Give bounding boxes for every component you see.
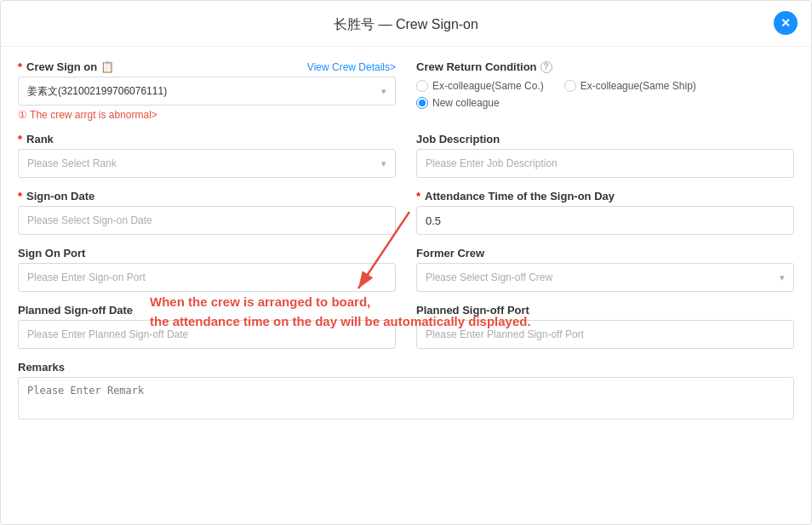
radio-circle-ex-same-ship [564,80,576,92]
modal-container: 长胜号 — Crew Sign-on ✕ * Crew Sign on 📋 Vi… [0,0,812,525]
help-icon[interactable]: ? [540,61,552,73]
annotation-container: When the crew is arranged to board, the … [150,293,531,331]
sign-on-date-input[interactable]: Please Select Sign-on Date [18,206,396,235]
rank-col: * Rank Please Select Rank ▾ [18,133,413,178]
annotation-text: When the crew is arranged to board, the … [150,293,531,331]
crew-sign-on-col: * Crew Sign on 📋 View Crew Details> 姜素文(… [18,60,413,121]
former-crew-select[interactable]: Please Select Sign-off Crew ▾ [416,263,794,292]
radio-ex-same-ship[interactable]: Ex-colleague(Same Ship) [564,80,696,92]
radio-ex-same-co[interactable]: Ex-colleague(Same Co.) [416,80,544,92]
radio-new-colleague[interactable]: New colleague [416,97,500,109]
job-desc-label: Job Description [416,133,794,146]
rank-label: * Rank [18,133,396,146]
sign-on-port-label: Sign On Port [18,247,396,260]
modal-body: * Crew Sign on 📋 View Crew Details> 姜素文(… [1,47,811,448]
crew-error: ① The crew arrgt is abnormal> [18,109,396,121]
job-desc-input[interactable]: Please Enter Job Description [416,149,794,178]
row-crew-info: * Crew Sign on 📋 View Crew Details> 姜素文(… [18,60,794,121]
crew-return-col: Crew Return Condition ? Ex-colleague(Sam… [413,60,794,116]
attendance-time-label: * Attendance Time of the Sign-on Day [416,190,794,203]
sign-on-port-col: Sign On Port Please Enter Sign-on Port [18,247,413,292]
remarks-full-col: Remarks [18,361,794,422]
modal-header: 长胜号 — Crew Sign-on ✕ [1,1,811,47]
sign-on-date-col: * Sign-on Date Please Select Sign-on Dat… [18,190,413,235]
former-crew-arrow: ▾ [780,272,785,283]
crew-sign-on-icon[interactable]: 📋 [100,60,114,73]
crew-sign-on-label: * Crew Sign on 📋 View Crew Details> [18,60,396,73]
attendance-time-col: * Attendance Time of the Sign-on Day 0.5 [413,190,794,235]
row-rank-job: * Rank Please Select Rank ▾ Job Descript… [18,133,794,178]
modal-title: 长胜号 — Crew Sign-on [334,17,478,31]
crew-select-arrow: ▾ [381,86,386,97]
crew-return-label: Crew Return Condition ? [416,60,794,73]
remarks-label: Remarks [18,361,794,374]
crew-select[interactable]: 姜素文(321002199706076111) ▾ [18,77,396,106]
row-port-former: Sign On Port Please Enter Sign-on Port F… [18,247,794,292]
remarks-input[interactable] [18,377,794,419]
view-crew-details-link[interactable]: View Crew Details> [307,61,396,73]
row-date-attendance: * Sign-on Date Please Select Sign-on Dat… [18,190,794,235]
job-desc-col: Job Description Please Enter Job Descrip… [413,133,794,178]
rank-select-arrow: ▾ [381,158,386,169]
radio-row-bottom: New colleague [416,97,794,109]
radio-row-top: Ex-colleague(Same Co.) Ex-colleague(Same… [416,80,794,92]
attendance-time-input[interactable]: 0.5 [416,206,794,235]
radio-circle-ex-same-co [416,80,428,92]
row-remarks: Remarks [18,361,794,422]
radio-circle-new-colleague [416,97,428,109]
former-crew-label: Former Crew [416,247,794,260]
required-star: * [18,60,22,73]
former-crew-col: Former Crew Please Select Sign-off Crew … [413,247,794,292]
close-button[interactable]: ✕ [774,11,798,35]
sign-on-port-input[interactable]: Please Enter Sign-on Port [18,263,396,292]
remarks-annotation-area: Remarks When the crew is arranged to boa… [18,361,794,422]
rank-select[interactable]: Please Select Rank ▾ [18,149,396,178]
sign-on-date-label: * Sign-on Date [18,190,396,203]
